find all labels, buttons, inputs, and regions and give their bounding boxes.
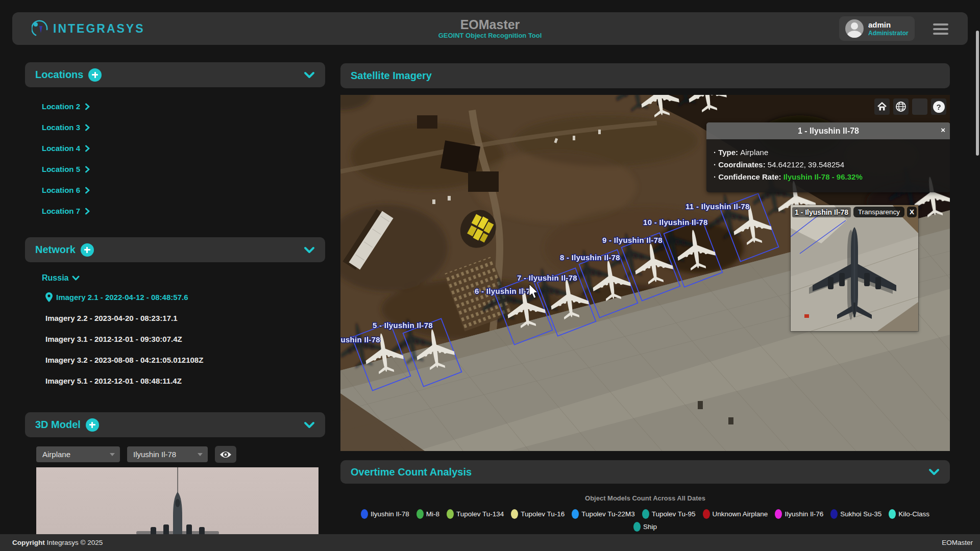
legend-item[interactable]: Ship (633, 522, 657, 532)
legend-item[interactable]: Ilyushin Il-76 (775, 509, 823, 519)
close-icon[interactable]: X (907, 207, 917, 217)
location-label: Location 2 (42, 102, 80, 111)
legend-color-dot (642, 509, 649, 519)
sidebar-item-location[interactable]: Location 4 (25, 138, 325, 159)
close-icon[interactable]: × (941, 126, 945, 134)
chevron-right-icon (85, 124, 90, 131)
object-type-value: Airplane (42, 450, 70, 459)
transparency-button[interactable]: Transparency (853, 207, 904, 217)
detection-label: 9 - Ilyushin Il-78 (602, 236, 663, 244)
view-model-button[interactable] (215, 446, 236, 463)
detection-popup-titlebar[interactable]: 1 - Ilyushin Il-78 × (706, 122, 950, 139)
model3d-preview[interactable] (36, 467, 318, 539)
chevron-right-icon (85, 145, 90, 152)
chevron-down-icon[interactable] (304, 421, 315, 429)
help-icon: ? (933, 101, 945, 113)
imagery-item[interactable]: Imagery 2.1 - 2022-04-12 - 08:48:57.6 (45, 287, 331, 308)
hamburger-menu-icon[interactable] (933, 23, 948, 35)
location-label: Location 3 (42, 123, 80, 132)
legend-label: Mi-8 (426, 510, 439, 518)
chevron-down-icon[interactable] (304, 246, 315, 254)
vertical-scrollbar[interactable] (976, 31, 979, 156)
footer-app-name: EOMaster (942, 539, 973, 546)
location-label: Location 7 (42, 207, 80, 215)
legend-label: Ship (643, 523, 657, 531)
model3d-title: 3D Model (35, 419, 81, 431)
object-model-select[interactable]: Ilyushin Il-78 (127, 446, 208, 462)
model3d-section-header[interactable]: 3D Model (25, 412, 325, 437)
legend-item[interactable]: Kilo-Class (889, 509, 929, 519)
chevron-right-icon (85, 187, 90, 194)
detection-info-row: · Coordinates: 54.642122, 39.548254 (714, 159, 943, 171)
map-globe-button[interactable] (893, 98, 909, 115)
imagery-item[interactable]: Imagery 5.1 - 2012-12-01 - 08:48:11.4Z (45, 370, 331, 391)
map-home-button[interactable] (874, 98, 890, 115)
legend-label: Ilyushin Il-76 (785, 510, 823, 518)
object-type-select[interactable]: Airplane (36, 446, 120, 462)
legend-label: Kilo-Class (898, 510, 929, 518)
chevron-down-icon[interactable] (928, 468, 940, 475)
legend-color-dot (703, 509, 710, 519)
chevron-right-icon (85, 166, 90, 173)
legend-color-dot (889, 509, 896, 519)
chevron-down-icon[interactable] (304, 71, 315, 79)
imagery-item[interactable]: Imagery 2.2 - 2023-04-20 - 08:23:17.1 (45, 308, 331, 329)
country-label: Russia (42, 273, 68, 283)
detection-info-row: · Confidence Rate: Ilyushin Il-78 - 96.3… (714, 171, 943, 183)
satellite-panel-header: Satellite Imagery (340, 63, 950, 88)
object-model-value: Ilyushin Il-78 (133, 450, 176, 459)
airplane-front-view (36, 467, 318, 539)
network-section-header[interactable]: Network (25, 237, 325, 262)
eomaster-app: INTEGRASYS EOMaster GEOINT Object Recogn… (0, 0, 980, 551)
sidebar-item-location[interactable]: Location 3 (25, 117, 325, 138)
legend-label: Ilyushin Il-78 (371, 510, 409, 518)
legend-color-dot (447, 509, 454, 519)
add-model-button plus-icon[interactable] (86, 418, 99, 432)
satellite-map-viewport[interactable]: 4 - Ilyushin Il-785 - Ilyushin Il-786 - … (340, 95, 950, 451)
legend-label: Tupolev Tu-134 (456, 510, 504, 518)
network-title: Network (35, 244, 76, 256)
locations-list: Location 2Location 3Location 4Location 5… (25, 96, 325, 221)
logo-text: INTEGRASYS (53, 22, 145, 36)
chevron-down-icon (72, 276, 80, 281)
legend-item[interactable]: Unknown Airplane (703, 509, 768, 519)
add-location-button plus-icon[interactable] (88, 68, 102, 82)
copyright-text: Copyright Integrasys © 2025 (12, 539, 103, 546)
detection-label: 8 - Ilyushin Il-78 (560, 253, 620, 262)
model-overlay-popup[interactable]: 1 - Ilyushin Il-78 Transparency X (791, 205, 918, 331)
top-header-bar: INTEGRASYS EOMaster GEOINT Object Recogn… (12, 12, 968, 45)
network-country-russia[interactable]: Russia (42, 273, 80, 283)
integrasys-logo-icon (32, 20, 49, 37)
user-menu[interactable]: admin Administrator (839, 16, 915, 41)
locations-title: Locations (35, 69, 83, 81)
legend-item[interactable]: Ilyushin Il-78 (361, 509, 409, 519)
map-help-button[interactable]: ? (931, 98, 946, 115)
detection-label: 4 - Ilyushin Il-78 (340, 335, 380, 344)
analysis-panel-header[interactable]: Overtime Count Analysis (340, 460, 950, 484)
detection-popup-body: · Type: Airplane· Coordinates: 54.642122… (706, 139, 950, 192)
eye-icon (219, 450, 232, 459)
app-title: EOMaster (438, 17, 542, 32)
detection-label: 6 - Ilyushin Il-78 (475, 287, 535, 295)
imagery-label: Imagery 3.2 - 2023-08-08 - 04:21:05.0121… (45, 356, 203, 364)
legend-label: Tupolev Tu-16 (521, 510, 565, 518)
legend-color-dot (775, 509, 782, 519)
sidebar-item-location[interactable]: Location 7 (25, 201, 325, 221)
legend-item[interactable]: Sukhoi Su-35 (830, 509, 881, 519)
sidebar-item-location[interactable]: Location 5 (25, 159, 325, 180)
legend-item[interactable]: Tupolev Tu-22M3 (572, 509, 635, 519)
sidebar-item-location[interactable]: Location 2 (25, 96, 325, 117)
locations-section-header[interactable]: Locations (25, 62, 325, 87)
imagery-label: Imagery 5.1 - 2012-12-01 - 08:48:11.4Z (45, 377, 182, 385)
legend-item[interactable]: Tupolev Tu-134 (447, 509, 504, 519)
map-blank-button[interactable] (912, 98, 927, 115)
legend-item[interactable]: Mi-8 (416, 509, 439, 519)
imagery-item[interactable]: Imagery 3.1 - 2012-12-01 - 09:30:07.4Z (45, 329, 331, 349)
location-pin-icon (45, 292, 53, 302)
overlay-popup-header: 1 - Ilyushin Il-78 Transparency X (792, 207, 917, 217)
legend-item[interactable]: Tupolev Tu-95 (642, 509, 696, 519)
imagery-item[interactable]: Imagery 3.2 - 2023-08-08 - 04:21:05.0121… (45, 349, 331, 370)
legend-item[interactable]: Tupolev Tu-16 (511, 509, 565, 519)
add-network-button plus-icon[interactable] (81, 243, 94, 257)
sidebar-item-location[interactable]: Location 6 (25, 180, 325, 201)
